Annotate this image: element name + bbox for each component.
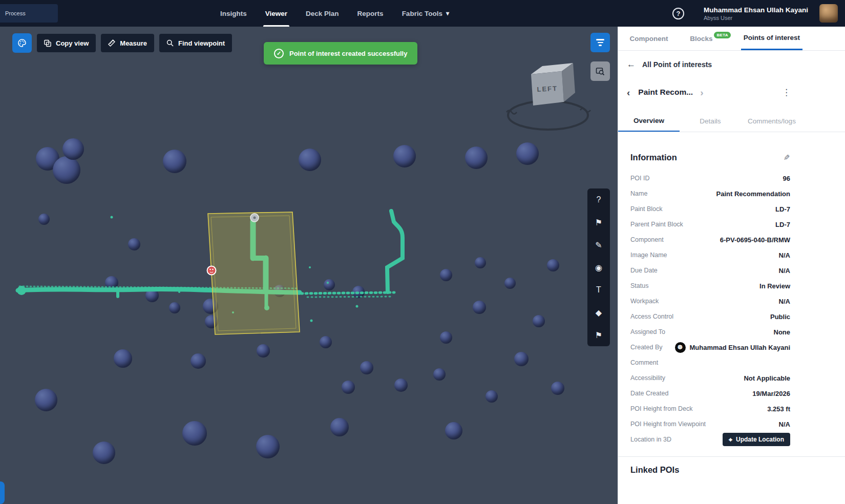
info-field-row-date-created: Date Created19/Mar/2026: [630, 386, 790, 401]
info-field-row-accessibility: AccessibilityNot Applicable: [630, 370, 790, 386]
nav-tab-label: Insights: [220, 10, 247, 17]
process-label[interactable]: Process: [0, 4, 58, 23]
info-field-row-parent-paint-block: Parent Paint BlockLD-7: [630, 217, 790, 232]
info-field-row-poi-id: POI ID96: [630, 171, 790, 186]
pencil-button[interactable]: ✎: [587, 234, 610, 256]
point-marker-button[interactable]: ◉: [587, 256, 610, 279]
topnav-right: ? Muhammad Ehsan Ullah Kayani Abyss User: [672, 0, 838, 27]
info-field-row-comment: Comment: [630, 355, 790, 370]
flag-tool-button[interactable]: ⚑: [587, 324, 610, 346]
poi-title: Paint Recom...: [638, 88, 693, 97]
field-value: N/A: [779, 251, 790, 259]
field-value: 19/Mar/2026: [752, 390, 790, 397]
beta-badge: BETA: [714, 32, 730, 38]
field-label: Paint Block: [630, 205, 663, 213]
field-value: Paint Recommendation: [716, 190, 790, 198]
field-label: Parent Paint Block: [630, 221, 683, 228]
user-avatar[interactable]: [819, 4, 838, 23]
field-value-text: N/A: [779, 267, 790, 275]
help-icon: ?: [597, 195, 601, 204]
find-viewpoint-label: Find viewpoint: [178, 39, 225, 47]
filter-icon: [596, 39, 604, 40]
text-tool-icon: T: [596, 285, 601, 295]
field-value-text: 3.253 ft: [767, 405, 790, 413]
field-label: Status: [630, 282, 648, 289]
fill-tool-button[interactable]: ◆: [587, 301, 610, 324]
field-value-text: N/A: [779, 421, 790, 428]
back-arrow-icon: ←: [627, 59, 636, 70]
nav-tab-deck-plan[interactable]: Deck Plan: [306, 0, 339, 27]
field-label: Due Date: [630, 267, 658, 274]
cut-off-button[interactable]: [0, 481, 5, 504]
find-viewpoint-button[interactable]: Find viewpoint: [159, 34, 232, 52]
copy-view-button[interactable]: Copy view: [37, 34, 96, 52]
update-location-label: Update Location: [736, 436, 784, 443]
chevron-down-icon: ▾: [446, 10, 449, 17]
field-label: Assigned To: [630, 328, 665, 335]
panel-tab-points-of-interest[interactable]: Points of interest: [741, 27, 802, 50]
panel-subtabs: OverviewDetailsComments/logs: [618, 110, 802, 132]
filter-button[interactable]: [590, 33, 610, 52]
flag-tool-icon: ⚑: [595, 330, 602, 340]
measure-button[interactable]: Measure: [101, 34, 154, 52]
field-value-text: Public: [770, 313, 790, 321]
field-value: LD-7: [775, 221, 790, 228]
flag-button[interactable]: ⚑: [587, 211, 610, 234]
image-search-icon: [596, 67, 605, 76]
nav-tab-reports[interactable]: Reports: [357, 0, 384, 27]
poi-navigator: ‹ Paint Recom... › ⋮: [618, 82, 802, 102]
back-to-all-pois[interactable]: ← All Point of interests: [618, 57, 845, 72]
panel-tab-blocks[interactable]: BlocksBETA: [680, 27, 741, 50]
paint-palette-button[interactable]: [12, 33, 32, 53]
subtab-overview[interactable]: Overview: [618, 110, 680, 132]
poi-more-menu-icon[interactable]: ⋮: [782, 87, 791, 98]
user-role: Abyss User: [704, 15, 808, 21]
field-value-text: N/A: [779, 251, 790, 259]
info-field-row-name: NamePaint Recommendation: [630, 186, 790, 201]
creator-avatar: ☸: [675, 342, 686, 353]
nav-tab-insights[interactable]: Insights: [220, 0, 247, 27]
field-label: Access Control: [630, 313, 673, 320]
panel-tab-label: Points of interest: [744, 34, 800, 41]
subtab-details[interactable]: Details: [680, 110, 741, 132]
update-location-button[interactable]: ⌖Update Location: [723, 433, 790, 446]
info-field-row-component: Component6-PV-0695-040-B/RMW: [630, 232, 790, 247]
subtab-comments-logs[interactable]: Comments/logs: [741, 110, 802, 132]
field-value-text: Muhammad Ehsan Ullah Kayani: [690, 344, 791, 351]
field-value: ☸Muhammad Ehsan Ullah Kayani: [675, 342, 791, 353]
field-label: Component: [630, 236, 664, 243]
success-toast: ✓ Point of interest created successfully: [264, 42, 417, 65]
nav-cube[interactable]: LEFT: [504, 55, 593, 147]
nav-tab-viewer[interactable]: Viewer: [265, 0, 287, 27]
info-field-row-location-in-3d: Location in 3D⌖Update Location: [630, 432, 790, 447]
linked-pois-section: Linked POIs: [618, 456, 845, 475]
copy-view-label: Copy view: [56, 39, 89, 47]
field-value: N/A: [779, 267, 790, 275]
nav-tab-fabric-tools[interactable]: Fabric Tools▾: [402, 0, 449, 27]
nav-tab-label: Viewer: [265, 10, 287, 17]
crosshair-icon: ⌖: [729, 436, 732, 443]
field-label: Date Created: [630, 390, 668, 397]
field-label: Workpack: [630, 298, 659, 305]
search-icon: [166, 39, 174, 47]
field-label: POI Height from Viewpoint: [630, 421, 706, 428]
info-field-row-created-by: Created By☸Muhammad Ehsan Ullah Kayani: [630, 340, 790, 355]
viewer-toolbar: Copy view Measure Find viewpoint: [12, 33, 232, 53]
poi-marker-top: [250, 214, 259, 222]
palette-icon: [17, 38, 27, 48]
field-value-text: N/A: [779, 298, 790, 305]
selection-box: [208, 212, 300, 334]
user-menu[interactable]: Muhammad Ehsan Ullah Kayani Abyss User: [704, 6, 808, 21]
prev-poi-button[interactable]: ‹: [627, 88, 630, 97]
help-icon[interactable]: ?: [672, 8, 684, 19]
edit-information-icon[interactable]: ✎: [784, 153, 790, 162]
viewer-3d-canvas[interactable]: LEFT Copy view Measure: [0, 27, 618, 504]
field-label: POI Height from Deck: [630, 405, 693, 412]
panel-tab-component[interactable]: Component: [618, 27, 680, 50]
next-poi-button[interactable]: ›: [700, 88, 703, 97]
image-search-button[interactable]: [590, 61, 610, 81]
nav-tab-label: Deck Plan: [306, 10, 339, 17]
help-button[interactable]: ?: [587, 188, 610, 211]
field-label: Name: [630, 190, 647, 197]
text-tool-button[interactable]: T: [587, 279, 610, 301]
